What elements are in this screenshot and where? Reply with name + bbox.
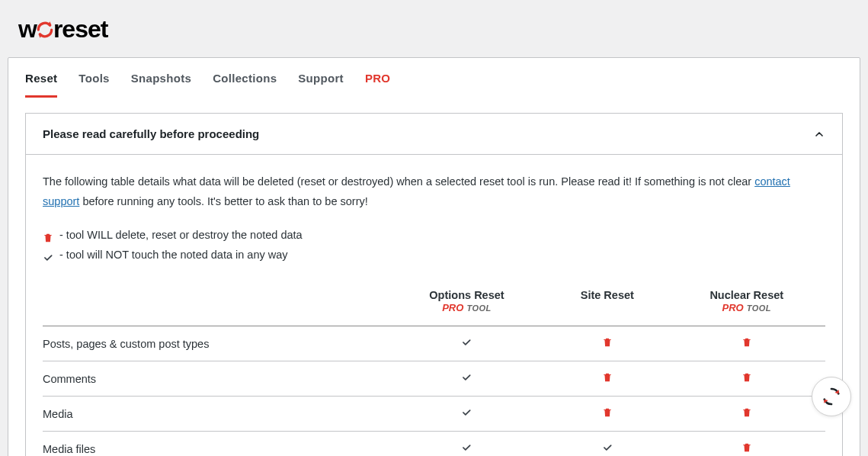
- table-row: Posts, pages & custom post types: [43, 326, 825, 361]
- row-label: Media files: [43, 432, 387, 456]
- main-card: ResetToolsSnapshotsCollectionsSupportPRO…: [8, 57, 860, 456]
- trash-icon: [602, 337, 613, 348]
- cell-trash: [668, 361, 825, 397]
- cell-check: [387, 397, 546, 432]
- brand-post: reset: [53, 15, 108, 43]
- cell-trash: [546, 326, 668, 361]
- brand-pre: w: [18, 15, 37, 43]
- panel-toggle[interactable]: Please read carefully before proceeding: [26, 114, 842, 155]
- check-icon: [43, 249, 53, 260]
- row-label: Posts, pages & custom post types: [43, 326, 387, 361]
- tab-snapshots[interactable]: Snapshots: [131, 58, 191, 98]
- table-row: Media: [43, 397, 825, 432]
- cell-check: [387, 361, 546, 397]
- check-icon: [461, 407, 472, 418]
- trash-icon: [741, 337, 752, 348]
- panel-body: The following table details what data wi…: [26, 155, 842, 456]
- check-icon: [461, 442, 472, 453]
- refresh-fab-button[interactable]: [812, 377, 851, 416]
- brand-reset-icon: [35, 20, 55, 40]
- tab-pro[interactable]: PRO: [365, 58, 390, 98]
- legend-trash-text: - tool WILL delete, reset or destroy the…: [59, 225, 303, 245]
- legend-trash-row: - tool WILL delete, reset or destroy the…: [43, 225, 825, 245]
- panel-description: The following table details what data wi…: [43, 172, 825, 211]
- column-header: Nuclear ResetPRO TOOL: [668, 278, 825, 326]
- cell-check: [546, 432, 668, 456]
- table-row: Media files: [43, 432, 825, 456]
- trash-icon: [741, 442, 752, 453]
- brand-logo: w reset: [18, 15, 860, 43]
- table-row: Comments: [43, 361, 825, 397]
- row-label: Media: [43, 397, 387, 432]
- column-header: Site Reset: [546, 278, 668, 326]
- check-icon: [602, 442, 613, 453]
- chevron-up-icon: [813, 128, 825, 140]
- warning-panel: Please read carefully before proceeding …: [25, 113, 843, 456]
- trash-icon: [741, 372, 752, 383]
- tab-bar: ResetToolsSnapshotsCollectionsSupportPRO: [8, 58, 860, 98]
- column-header: Options ResetPRO TOOL: [387, 278, 546, 326]
- check-icon: [461, 337, 472, 348]
- tab-collections[interactable]: Collections: [213, 58, 277, 98]
- row-label: Comments: [43, 361, 387, 397]
- tab-support[interactable]: Support: [298, 58, 344, 98]
- reset-comparison-table: Options ResetPRO TOOLSite ResetNuclear R…: [43, 278, 825, 456]
- cell-trash: [668, 326, 825, 361]
- legend-check-row: - tool will NOT touch the noted data in …: [43, 245, 825, 265]
- cell-check: [387, 326, 546, 361]
- cell-check: [387, 432, 546, 456]
- column-header-empty: [43, 278, 387, 326]
- check-icon: [461, 372, 472, 383]
- trash-icon: [602, 407, 613, 418]
- legend: - tool WILL delete, reset or destroy the…: [43, 225, 825, 265]
- cell-trash: [546, 361, 668, 397]
- tab-reset[interactable]: Reset: [25, 58, 57, 98]
- trash-icon: [602, 372, 613, 383]
- cell-trash: [546, 397, 668, 432]
- legend-check-text: - tool will NOT touch the noted data in …: [59, 245, 288, 265]
- panel-title: Please read carefully before proceeding: [43, 127, 259, 140]
- trash-icon: [43, 230, 53, 240]
- cell-trash: [668, 432, 825, 456]
- trash-icon: [741, 407, 752, 418]
- cell-trash: [668, 397, 825, 432]
- tab-tools[interactable]: Tools: [78, 58, 109, 98]
